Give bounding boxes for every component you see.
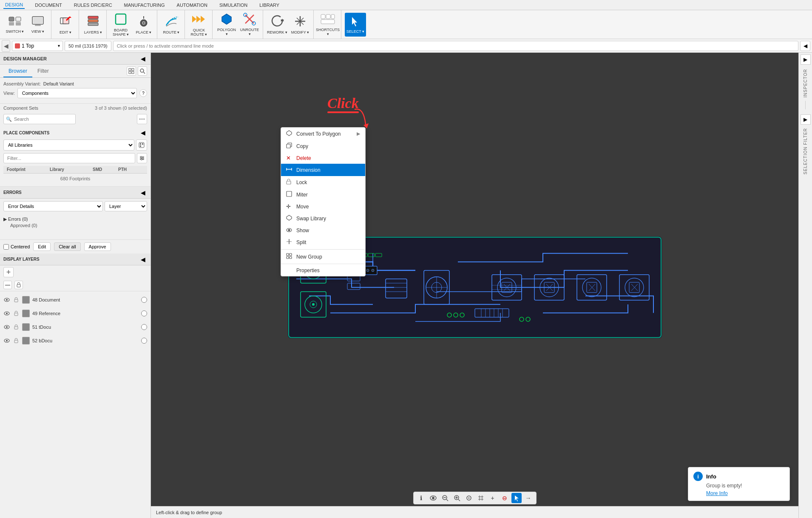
- shortcuts-button[interactable]: SHORTCUTS ▾: [317, 13, 338, 37]
- place-components-collapse[interactable]: ◀: [139, 128, 147, 137]
- menu-manufacturing[interactable]: MANUFACTURING: [122, 2, 167, 9]
- search-browser-btn[interactable]: [138, 66, 147, 76]
- inspector-toggle[interactable]: ◀: [800, 41, 810, 51]
- layer-48-name[interactable]: 48 Document: [32, 297, 139, 302]
- ctx-swap-library[interactable]: Swap Library: [281, 212, 365, 225]
- ctx-show-icon: [286, 227, 293, 233]
- layer-49-name[interactable]: 49 Reference: [32, 311, 139, 316]
- switch-button[interactable]: SWITCH ▾: [4, 13, 26, 37]
- menu-library[interactable]: LIBRARY: [258, 2, 281, 9]
- approve-button[interactable]: Approve: [84, 242, 111, 251]
- clear-all-button[interactable]: Clear all: [54, 242, 80, 251]
- filter-input[interactable]: [3, 153, 135, 163]
- ctx-delete[interactable]: ✕ Delete: [281, 152, 365, 164]
- ctx-move[interactable]: ✛ Move: [281, 201, 365, 212]
- errors-parent-item[interactable]: ▶ Errors (0): [3, 216, 147, 223]
- layer-49-radio[interactable]: [141, 310, 147, 316]
- grid-btn[interactable]: [476, 493, 486, 503]
- ctx-convert-to-polygon[interactable]: Convert To Polygon ▶: [281, 128, 365, 140]
- centered-checkbox-label[interactable]: Centered: [3, 244, 30, 250]
- canvas-info-btn[interactable]: ℹ: [416, 493, 426, 503]
- filter-settings-btn[interactable]: [137, 153, 147, 163]
- error-layer-dropdown[interactable]: Layer: [105, 201, 147, 211]
- library-dropdown[interactable]: All Libraries: [3, 139, 134, 151]
- polygon-button[interactable]: POLYGON ▾: [216, 13, 237, 37]
- layer-51-name[interactable]: 51 tDocu: [32, 324, 139, 330]
- ctx-miter[interactable]: Miter: [281, 188, 365, 201]
- layer-49-lock[interactable]: [13, 310, 20, 317]
- unroute-button[interactable]: UNROUTE ▾: [239, 13, 260, 37]
- zoom-fit-btn[interactable]: [464, 493, 474, 503]
- canvas-view-btn[interactable]: [428, 493, 438, 503]
- zoom-out-btn[interactable]: [440, 493, 450, 503]
- menu-design[interactable]: DESIGN: [3, 1, 25, 9]
- layer-52-radio[interactable]: [141, 338, 147, 344]
- layer-51-lock[interactable]: [13, 324, 20, 330]
- more-info-link[interactable]: More Info: [706, 490, 784, 496]
- view-button[interactable]: VIEW ▾: [27, 13, 48, 37]
- menu-automation[interactable]: AUTOMATION: [175, 2, 209, 9]
- select-canvas-btn[interactable]: [511, 493, 522, 503]
- left-panel-toggle[interactable]: ◀: [2, 40, 10, 52]
- edit-button-errors[interactable]: Edit: [33, 242, 51, 251]
- layer-48-vis[interactable]: [3, 296, 10, 303]
- arrow-btn[interactable]: →: [523, 493, 534, 503]
- layer-52-lock[interactable]: [13, 337, 20, 344]
- selection-filter-collapse[interactable]: ▶: [801, 114, 811, 125]
- view-dropdown[interactable]: Components: [17, 88, 137, 98]
- layers-hide-btn[interactable]: —: [3, 281, 12, 289]
- select-button[interactable]: SELECT ▾: [345, 13, 366, 37]
- layer-51-radio[interactable]: [141, 324, 147, 330]
- remove-btn[interactable]: ⊖: [500, 493, 510, 503]
- layer-49-vis[interactable]: [3, 310, 10, 317]
- add-layer-button[interactable]: +: [3, 267, 14, 277]
- search-more-btn[interactable]: ⋯: [137, 114, 147, 124]
- layer-52-name[interactable]: 52 bDocu: [32, 338, 139, 343]
- errors-collapse[interactable]: ◀: [139, 188, 147, 197]
- tab-filter[interactable]: Filter: [32, 66, 54, 77]
- layers-list: 48 Document 49 Reference: [0, 291, 150, 518]
- modify-button[interactable]: MODIFY ▾: [290, 13, 311, 37]
- fp-col-library: Library: [50, 167, 93, 172]
- display-layers-collapse[interactable]: ◀: [139, 255, 147, 264]
- layer-52-color: [22, 337, 30, 344]
- view-help-btn[interactable]: ?: [139, 89, 147, 97]
- design-manager-collapse[interactable]: ◀: [139, 54, 147, 63]
- ctx-lock[interactable]: Lock: [281, 176, 365, 188]
- place-button[interactable]: PLACE ▾: [133, 13, 154, 37]
- layer-51-vis[interactable]: [3, 324, 10, 330]
- layer-48-lock[interactable]: [13, 296, 20, 303]
- zoom-in-btn[interactable]: [452, 493, 462, 503]
- edit-button[interactable]: EDIT ▾: [55, 13, 76, 37]
- search-input[interactable]: [3, 114, 76, 124]
- add-net-btn[interactable]: +: [488, 493, 498, 503]
- error-actions: Centered Edit Clear all Approve: [0, 239, 150, 253]
- tab-icons: [127, 66, 147, 77]
- board-shape-button[interactable]: BOARD SHAPE ▾: [110, 13, 131, 37]
- inspector-collapse[interactable]: ▶: [801, 54, 811, 65]
- menu-simulation[interactable]: SIMULATION: [218, 2, 249, 9]
- library-settings-btn[interactable]: [136, 139, 147, 151]
- canvas-area[interactable]: Click Convert To Polygon ▶: [151, 53, 798, 518]
- ctx-split[interactable]: Split: [281, 236, 365, 248]
- view-icon-btn[interactable]: [127, 66, 136, 76]
- route-button[interactable]: ROUTE ▾: [161, 13, 182, 37]
- error-detail-dropdown[interactable]: Error Details: [3, 201, 103, 211]
- layers-button[interactable]: LAYERS ▾: [82, 13, 104, 37]
- centered-checkbox[interactable]: [3, 244, 9, 250]
- command-input[interactable]: [113, 41, 798, 51]
- ctx-new-group[interactable]: New Group: [281, 250, 365, 263]
- layers-lock-btn[interactable]: [14, 281, 23, 289]
- ctx-copy[interactable]: Copy: [281, 140, 365, 152]
- layer-48-radio[interactable]: [141, 297, 147, 303]
- ctx-dimension[interactable]: Dimension: [281, 164, 365, 176]
- rework-button[interactable]: REWORK ▾: [267, 13, 288, 37]
- ctx-properties[interactable]: Properties: [281, 265, 365, 276]
- quick-route-button[interactable]: QUICK ROUTE ▾: [188, 13, 210, 37]
- layer-selector[interactable]: 1 Top ▾: [12, 41, 63, 51]
- ctx-show[interactable]: Show: [281, 225, 365, 236]
- menu-document[interactable]: DOCUMENT: [33, 2, 64, 9]
- layer-52-vis[interactable]: [3, 337, 10, 344]
- menu-rules[interactable]: RULES DRC/ERC: [72, 2, 114, 9]
- tab-browser[interactable]: Browser: [3, 66, 32, 77]
